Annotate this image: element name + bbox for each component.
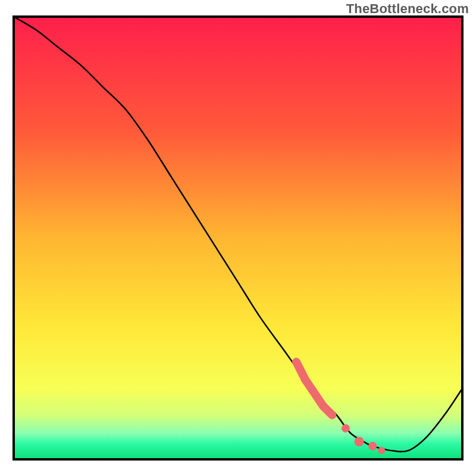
highlight-dot bbox=[378, 447, 385, 454]
highlight-dot bbox=[342, 424, 350, 433]
watermark-label: TheBottleneck.com bbox=[346, 1, 469, 17]
bottleneck-chart bbox=[0, 0, 476, 476]
highlight-dot bbox=[355, 437, 364, 446]
highlight-dot bbox=[368, 442, 377, 450]
chart-frame: TheBottleneck.com bbox=[0, 0, 476, 476]
plot-background bbox=[14, 17, 462, 459]
